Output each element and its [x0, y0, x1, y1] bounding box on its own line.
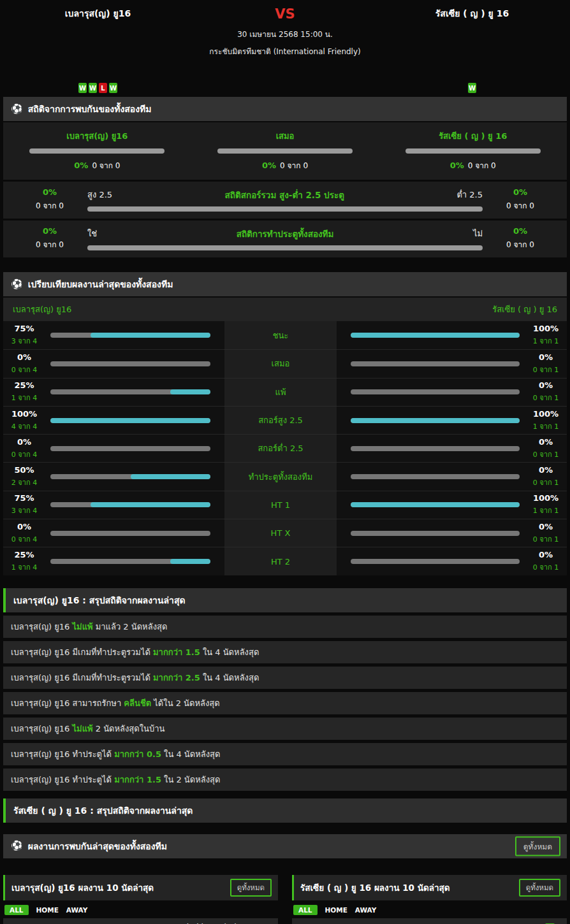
away-panel-title: รัสเซีย ( ญ ) ยู 16 ผลงาน 10 นัดล่าสุด [300, 881, 450, 895]
home-percent-block: 0%0 จาก 4 [3, 352, 45, 375]
recent-form-panels: เบลารุส(ญ) ยู16 ผลงาน 10 นัดล่าสุดดูทั้ง… [3, 875, 567, 924]
stat-bar [50, 502, 210, 507]
summary-highlight: มากกว่า 0.5 [114, 749, 161, 759]
h2h-main-row: เบลารุส(ญ) ยู160%0 จาก 0เสมอ0%0 จาก 0รัส… [3, 122, 567, 180]
stat-bar [50, 531, 210, 536]
h2h-column-stats: 0%0 จาก 0 [379, 159, 567, 171]
tab-home[interactable]: HOME [36, 906, 59, 914]
home-percent-block: 25%1 จาก 4 [3, 380, 45, 403]
home-panel-title: เบลารุส(ญ) ยู16 ผลงาน 10 นัดล่าสุด [11, 881, 154, 895]
h2h-count: 0 จาก 0 [468, 161, 496, 170]
compare-row: 75%3 จาก 4HT 1100%1 จาก 1 [3, 491, 567, 519]
home-count: 3 จาก 4 [3, 505, 45, 516]
away-percent: 0% [525, 437, 567, 447]
compare-row-label: HT 1 [224, 491, 337, 519]
stat-bar [351, 333, 520, 338]
away-percent: 0% [525, 352, 567, 362]
match-datetime: 30 เมษายน 2568 15:00 น. [196, 28, 374, 40]
home-percent: 75% [3, 493, 45, 503]
tab-home[interactable]: HOME [325, 906, 347, 914]
away-panel-tabs: ALLHOMEAWAY [292, 905, 567, 915]
h2h-count: 0 จาก 0 [12, 238, 87, 250]
compare-row: 25%1 จาก 4แพ้0%0 จาก 1 [3, 378, 567, 406]
away-count: 1 จาก 1 [525, 421, 567, 432]
compare-away-cell: 0%0 จาก 1 [337, 547, 567, 575]
view-all-button[interactable]: ดูทั้งหมด [230, 879, 272, 897]
compare-away-cell: 0%0 จาก 1 [337, 434, 567, 462]
stat-bar [29, 148, 164, 154]
home-team-form: WWLW [78, 83, 117, 93]
tab-all[interactable]: ALL [293, 905, 318, 915]
summary-highlight: มากกว่า 2.5 [153, 673, 200, 682]
tab-away[interactable]: AWAY [355, 906, 377, 914]
home-summary-header: เบลารุส(ญ) ยู16 : สรุปสถิติจากผลงานล่าสุ… [3, 588, 567, 612]
compare-row: 50%2 จาก 4ทำประตูทั้งสองทีม0%0 จาก 1 [3, 462, 567, 490]
stat-bar [87, 245, 483, 250]
away-summary-header: รัสเซีย ( ญ ) ยู 16 : สรุปสถิติจากผลงานล… [3, 798, 567, 823]
h2h-right-label: ต่ำ 2.5 [457, 188, 483, 201]
form-badge-w: W [89, 83, 97, 93]
view-all-button[interactable]: ดูทั้งหมด [519, 879, 560, 897]
compare-home-team: เบลารุส(ญ) ยู16 [13, 303, 71, 316]
match-row[interactable]: 28/04/2025รัสเซีย ( ญ ) ยู 165 - 0อิรัก(… [292, 918, 567, 924]
stat-bar-fill [170, 559, 210, 564]
match-header: เบลารุส(ญ) ยู16 WWLW VS 30 เมษายน 2568 1… [0, 0, 570, 97]
h2h-left-label: สูง 2.5 [87, 188, 112, 201]
stat-bar [50, 559, 210, 564]
home-count: 2 จาก 4 [3, 477, 45, 488]
h2h-count: 0 จาก 0 [483, 199, 558, 212]
summary-highlight: คลีนชีต [124, 698, 151, 708]
stat-bar [351, 418, 520, 423]
home-percent: 100% [3, 409, 45, 419]
home-percent: 75% [3, 324, 45, 333]
compare-home-cell: 0%0 จาก 4 [3, 519, 224, 547]
stat-bar [351, 361, 520, 366]
home-percent-block: 75%3 จาก 4 [3, 324, 45, 347]
h2h-section: ⚽ สถิติจากการพบกันของทั้งสองทีม เบลารุส(… [3, 97, 567, 257]
h2h-right-stat: 0%0 จาก 0 [483, 187, 558, 212]
h2h-column-stats: 0%0 จาก 0 [191, 159, 379, 171]
tab-all[interactable]: ALL [4, 905, 29, 915]
h2h-column: เบลารุส(ญ) ยู160%0 จาก 0 [3, 129, 191, 171]
away-percent: 100% [525, 493, 567, 503]
stat-bar [50, 361, 210, 366]
summary-text: เบลารุส(ญ) ยู16 [11, 622, 73, 632]
away-team-form: W [468, 83, 476, 93]
away-count: 0 จาก 1 [525, 392, 567, 403]
summary-highlight: ไม่แพ้ [73, 724, 93, 733]
away-count: 0 จาก 1 [525, 477, 567, 488]
compare-away-cell: 0%0 จาก 1 [337, 519, 567, 547]
away-panel-header: รัสเซีย ( ญ ) ยู 16 ผลงาน 10 นัดล่าสุดดู… [292, 875, 567, 900]
tab-away[interactable]: AWAY [66, 906, 88, 914]
stat-bar-fill [351, 418, 520, 423]
match-row[interactable]: 28/04/2025เบลารุส(ญ) ยู165 - 0Uzbekistan… [3, 918, 278, 924]
stat-bar-fill [170, 389, 210, 394]
stat-bar-fill [351, 502, 520, 507]
compare-away-cell: 100%1 จาก 1 [337, 321, 567, 349]
away-percent-block: 0%0 จาก 1 [525, 380, 567, 403]
compare-row: 25%1 จาก 4HT 20%0 จาก 1 [3, 547, 567, 575]
summary-stat-row: เบลารุส(ญ) ยู16 สามารถรักษา คลีนชีต ได้ใ… [3, 692, 567, 714]
compare-section-title: เปรียบเทียบผลงานล่าสุดของทั้งสองทีม [28, 277, 173, 291]
compare-home-cell: 25%1 จาก 4 [3, 378, 224, 406]
summary-text: ใน 4 นัดหลังสุด [200, 673, 259, 682]
form-badge-l: L [99, 83, 107, 93]
recent-section: ⚽ ผลงานการพบกันล่าสุดของทั้งสองทีม ดูทั้… [3, 834, 567, 858]
away-count: 1 จาก 1 [525, 505, 567, 516]
soccer-ball-icon: ⚽ [11, 841, 23, 851]
summary-text: 2 นัดหลังสุดในบ้าน [93, 724, 165, 733]
compare-section-header: ⚽ เปรียบเทียบผลงานล่าสุดของทั้งสองทีม [3, 272, 567, 296]
summary-text: ใน 4 นัดหลังสุด [200, 647, 259, 657]
compare-away-cell: 0%0 จาก 1 [337, 462, 567, 490]
home-panel-header: เบลารุส(ญ) ยู16 ผลงาน 10 นัดล่าสุดดูทั้ง… [3, 875, 278, 900]
home-count: 1 จาก 4 [3, 561, 45, 573]
compare-row-label: แพ้ [224, 378, 337, 406]
view-all-button[interactable]: ดูทั้งหมด [515, 836, 560, 856]
home-count: 0 จาก 4 [3, 364, 45, 375]
home-percent-block: 75%3 จาก 4 [3, 493, 45, 516]
h2h-count: 0 จาก 0 [92, 161, 120, 170]
summary-stat-row: เบลารุส(ญ) ยู16 ไม่แพ้ มาแล้ว 2 นัดหลังส… [3, 616, 567, 638]
h2h-column: รัสเซีย ( ญ ) ยู 160%0 จาก 0 [379, 129, 567, 171]
stat-bar-fill [50, 418, 210, 423]
compare-row: 0%0 จาก 4สกอร์ต่ำ 2.50%0 จาก 1 [3, 434, 567, 462]
